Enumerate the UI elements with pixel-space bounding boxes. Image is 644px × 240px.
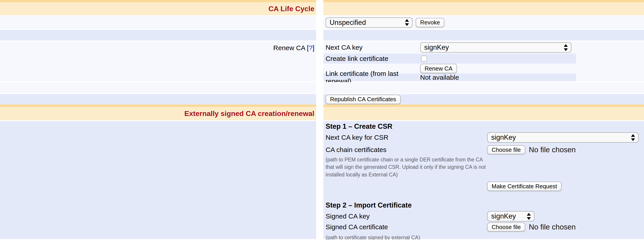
next-ca-key-select[interactable]: signKey: [420, 42, 572, 53]
renew-ca-row: Renew CA [?] Next CA key signKey Create …: [0, 41, 644, 81]
ca-chain-file-input: Choose file No file chosen: [487, 145, 576, 154]
signed-ca-key-label: Signed CA key: [326, 213, 487, 220]
make-certificate-request-button[interactable]: Make Certificate Request: [487, 182, 562, 191]
ca-chain-label: CA chain certificates: [326, 146, 487, 154]
next-ca-key-csr-value: signKey: [491, 133, 516, 142]
external-ca-body-row: Step 1 – Create CSR Next CA key for CSR …: [0, 121, 644, 239]
external-ca-title: Externally signed CA creation/renewal: [0, 107, 316, 120]
renew-ca-help-link[interactable]: ?: [309, 44, 312, 52]
next-ca-key-csr-label: Next CA key for CSR: [326, 134, 487, 141]
signed-ca-cert-file-input: Choose file No file chosen: [487, 223, 576, 232]
signed-ca-cert-help-text: (path to certificate signed by external …: [326, 234, 644, 240]
revocation-reason-value: Unspecified: [330, 18, 366, 27]
external-ca-header-row: Externally signed CA creation/renewal: [0, 107, 644, 120]
link-cert-row: Link certificate (from last renewal) Not…: [323, 73, 576, 81]
select-stepper-icon: [405, 19, 409, 26]
no-file-chosen-text: No file chosen: [529, 223, 576, 231]
link-cert-value: Not available: [420, 74, 459, 81]
choose-file-button[interactable]: Choose file: [487, 145, 525, 154]
section-top-strip: [0, 105, 644, 107]
create-link-cert-checkbox[interactable]: [421, 55, 427, 62]
revoke-row: Unspecified Revoke: [0, 16, 644, 29]
create-link-cert-row: Create link certificate: [323, 53, 576, 64]
signed-ca-key-select[interactable]: signKey: [487, 211, 534, 222]
select-stepper-icon: [631, 134, 635, 141]
revoke-button[interactable]: Revoke: [416, 18, 444, 27]
ca-chain-help-text: (path to PEM certificate chain or a sing…: [326, 156, 492, 178]
signed-ca-key-row: Signed CA key signKey: [326, 211, 644, 222]
spacer-row: [0, 30, 644, 40]
section-top-strip: [0, 0, 644, 2]
make-request-row: Make Certificate Request: [326, 182, 644, 191]
signed-ca-cert-label: Signed CA certificate: [326, 223, 487, 231]
next-ca-key-csr-row: Next CA key for CSR signKey: [326, 132, 644, 143]
next-ca-key-csr-select[interactable]: signKey: [487, 132, 638, 143]
step1-heading: Step 1 – Create CSR: [326, 122, 644, 132]
create-link-cert-label: Create link certificate: [323, 55, 420, 62]
renew-ca-label: Renew CA [?]: [0, 41, 316, 52]
signed-ca-key-value: signKey: [491, 212, 516, 220]
revocation-reason-select[interactable]: Unspecified: [326, 17, 412, 28]
signed-ca-cert-row: Signed CA certificate Choose file No fil…: [326, 222, 644, 232]
ca-chain-row: CA chain certificates Choose file No fil…: [326, 144, 644, 155]
next-ca-key-label: Next CA key: [323, 44, 420, 51]
republish-row: Republish CA Certificates: [0, 94, 644, 105]
spacer-row: [0, 82, 644, 93]
ca-life-cycle-title: CA Life Cycle: [0, 2, 316, 15]
renew-ca-button[interactable]: Renew CA: [420, 64, 457, 73]
renew-ca-inner-table: Next CA key signKey Create link certific…: [323, 41, 644, 81]
choose-file-button[interactable]: Choose file: [487, 223, 525, 232]
next-ca-key-row: Next CA key signKey: [323, 42, 644, 53]
step2-heading: Step 2 – Import Certificate: [326, 201, 644, 211]
select-stepper-icon: [527, 213, 531, 220]
edit-ca-page: CA Life Cycle Unspecified Revoke Renew C…: [0, 0, 644, 240]
select-stepper-icon: [564, 44, 568, 51]
no-file-chosen-text: No file chosen: [529, 146, 576, 154]
next-ca-key-value: signKey: [424, 43, 449, 51]
republish-ca-certificates-button[interactable]: Republish CA Certificates: [326, 95, 401, 104]
ca-life-cycle-header-row: CA Life Cycle: [0, 2, 644, 15]
